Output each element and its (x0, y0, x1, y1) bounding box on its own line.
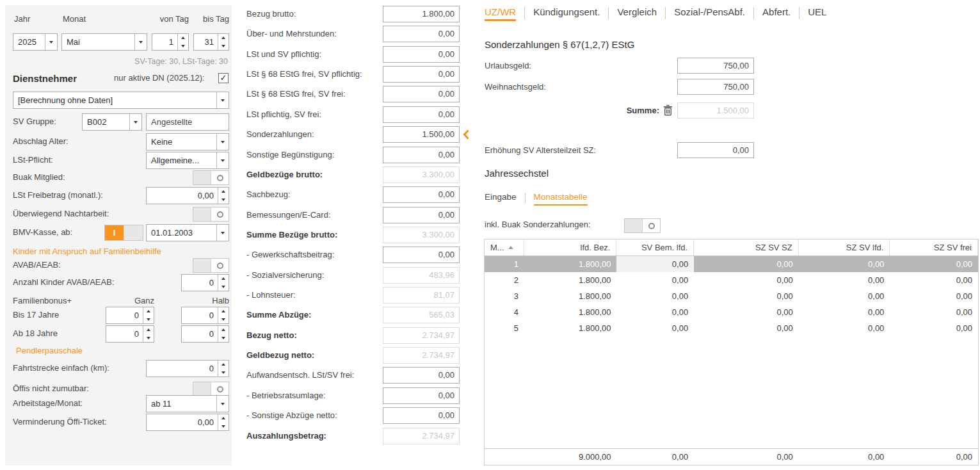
col-header-sz-sv-sz[interactable]: SZ SV SZ (694, 239, 799, 255)
label-summe-abz-ge: Summe Abzüge: (246, 307, 311, 323)
tab-uel[interactable]: UEL (808, 6, 826, 21)
table-row-2[interactable]: 21.800,000,000,000,000,00 (485, 272, 978, 288)
subtab-eingabe[interactable]: Eingabe (485, 192, 517, 206)
chevron-down-icon[interactable] (216, 152, 229, 168)
urlaubsgeld-input[interactable]: 750,00 (677, 58, 754, 74)
select-lst-pflicht[interactable]: Allgemeine... (146, 152, 229, 169)
sv-gruppe-code-select[interactable]: B002 (82, 113, 142, 131)
input-gewerkschaftsbeitrag[interactable]: 0,00 (383, 247, 460, 263)
step-down-icon[interactable] (218, 42, 229, 51)
step-down-icon[interactable] (178, 42, 188, 51)
table-row-5[interactable]: 51.800,000,000,000,000,00 (485, 320, 978, 336)
step-down-icon[interactable] (218, 316, 229, 324)
col-header-m[interactable]: M... (485, 239, 524, 255)
step-up-icon[interactable] (218, 326, 229, 334)
stepper-lst-freibetrag-monatl[interactable]: 0,00 (146, 187, 229, 204)
stepper-fahrtstrecke-einfach-km[interactable]: 0 (146, 360, 229, 377)
delete-sonderzahlungen-button[interactable] (663, 104, 673, 118)
erhoehung-sv-input[interactable]: 0,00 (677, 142, 754, 158)
step-up-icon[interactable] (143, 307, 154, 316)
step-down-icon[interactable] (218, 196, 229, 204)
nur-aktive-dn-checkbox[interactable]: ✓ (218, 73, 229, 83)
step-down-icon[interactable] (218, 369, 229, 377)
chevron-down-icon[interactable] (45, 34, 57, 50)
step-up-icon[interactable] (218, 361, 229, 369)
date-select-bmv-kasse-ab[interactable]: 01.01.2003 (146, 224, 229, 241)
toggle-ffis-nicht-zumutbar[interactable] (193, 382, 229, 396)
step-down-icon[interactable] (218, 283, 229, 291)
input-lst-und-sv-pflichtig[interactable]: 0,00 (383, 46, 460, 63)
input-lst-68-estg-frei-sv-pflichtig[interactable]: 0,00 (383, 66, 460, 83)
stepper-bis-17-jahre-halb[interactable]: 0 (181, 307, 229, 324)
col-header-lfd-bez[interactable]: lfd. Bez. (524, 239, 617, 255)
label-bemessungen-e-card: Bemessungen/E-Card: (246, 207, 331, 223)
input-ber-und-mehrstunden[interactable]: 0,00 (383, 26, 460, 42)
tab-uz-wr[interactable]: UZ/WR (485, 6, 516, 21)
step-down-icon[interactable] (218, 334, 229, 343)
step-up-icon[interactable] (178, 34, 188, 42)
step-up-icon[interactable] (218, 34, 229, 42)
label-fahrtstrecke-einfach-km: Fahrtstrecke einfach (km): (13, 360, 109, 377)
jahr-select[interactable]: 2025 (13, 33, 58, 51)
stepper-ab-18-jahre-halb[interactable]: 0 (181, 325, 229, 343)
monat-select[interactable]: Mai (61, 33, 147, 51)
tab-k-ndigungsent[interactable]: Kündigungsent. (533, 6, 600, 21)
von-tag-stepper[interactable]: 1 (152, 33, 189, 51)
table-row-4[interactable]: 41.800,000,000,000,000,00 (485, 304, 978, 320)
dienstnehmer-select[interactable]: [Berechnung ohne Daten] (13, 92, 229, 109)
sv-gruppe-text-input[interactable]: Angestellte (146, 113, 229, 131)
input-sonstige-abz-ge-netto[interactable]: 0,00 (383, 407, 460, 424)
stepper-ab-18-jahre-ganz[interactable]: 0 (106, 325, 154, 343)
stepper-anzahl-kinder-avab-aeab[interactable]: 0 (181, 274, 229, 291)
step-up-icon[interactable] (218, 188, 229, 196)
chevron-down-icon[interactable] (216, 225, 229, 241)
input-lst-68-estg-frei-sv-frei[interactable]: 0,00 (383, 86, 460, 102)
chevron-down-icon[interactable] (129, 114, 141, 130)
stepper-bis-17-jahre-ganz[interactable]: 0 (106, 307, 154, 324)
cell: 5 (485, 320, 524, 336)
input-sonderzahlungen[interactable]: 1.500,00 (383, 126, 460, 143)
step-up-icon[interactable] (218, 307, 229, 316)
input-sachbezug[interactable]: 0,00 (383, 186, 460, 203)
table-row-3[interactable]: 31.800,000,000,000,000,00 (485, 288, 978, 304)
tab-abfert[interactable]: Abfert. (762, 6, 791, 21)
input-bezug-brutto[interactable]: 1.800,00 (383, 6, 460, 22)
input-sonstige-beg-nstigung[interactable]: 0,00 (383, 147, 460, 163)
chevron-down-icon[interactable] (216, 396, 229, 412)
tab-sozial-pensabf[interactable]: Sozial-/PensAbf. (674, 6, 745, 21)
toggle-avab-aeab[interactable] (193, 258, 229, 273)
step-up-icon[interactable] (143, 326, 154, 334)
input-bemessungen-e-card[interactable]: 0,00 (383, 207, 460, 223)
subtab-monatstabelle[interactable]: Monatstabelle (534, 192, 588, 206)
col-header-sz-sv-frei[interactable]: SZ SV frei (890, 239, 978, 255)
stepper-verminderung-ffi-ticket[interactable]: 0,00 (146, 414, 229, 431)
table-row-1[interactable]: 11.800,000,000,000,000,00 (485, 256, 978, 272)
inkl-buak-toggle[interactable] (624, 218, 661, 233)
step-down-icon[interactable] (218, 423, 229, 431)
toggle-berwiegend-nachtarbeit[interactable] (193, 207, 229, 222)
col-header-sv-bem-lfd[interactable]: SV Bem. lfd. (616, 239, 694, 255)
cell: 0,00 (890, 272, 978, 288)
col-header-sz-sv-lfd[interactable]: SZ SV lfd. (799, 239, 890, 255)
input-betriebsratsumlage[interactable]: 0,00 (383, 387, 460, 404)
chevron-down-icon[interactable] (216, 92, 229, 108)
tab-vergleich[interactable]: Vergleich (617, 6, 657, 21)
footer-cell: 0,00 (616, 449, 694, 465)
select-arbeitstage-monat[interactable]: ab 11 (146, 395, 229, 412)
input-lst-pflichtig-sv-frei[interactable]: 0,00 (383, 106, 460, 123)
toggle-state-icon (642, 219, 660, 232)
chevron-down-icon[interactable] (216, 134, 229, 150)
chevron-down-icon[interactable] (134, 34, 147, 50)
step-up-icon[interactable] (218, 275, 229, 283)
select-abschlag-alter[interactable]: Keine (146, 133, 229, 150)
toggle-bmv-kasse-ab[interactable]: I (104, 225, 143, 241)
toggle-buak-mitglied[interactable] (193, 170, 229, 185)
weihnachtsgeld-input[interactable]: 750,00 (677, 79, 754, 95)
stepper-anzahl-kinder-avab-aeab-value: 0 (182, 275, 218, 291)
input-aufwandsentsch-lst-sv-frei[interactable]: 0,00 (383, 367, 460, 384)
step-down-icon[interactable] (143, 334, 154, 343)
step-down-icon[interactable] (143, 316, 154, 324)
step-up-icon[interactable] (218, 414, 229, 423)
bis-tag-stepper[interactable]: 31 (193, 33, 229, 51)
label-anzahl-kinder-avab-aeab: Anzahl Kinder AVAB/AEAB: (13, 274, 115, 291)
